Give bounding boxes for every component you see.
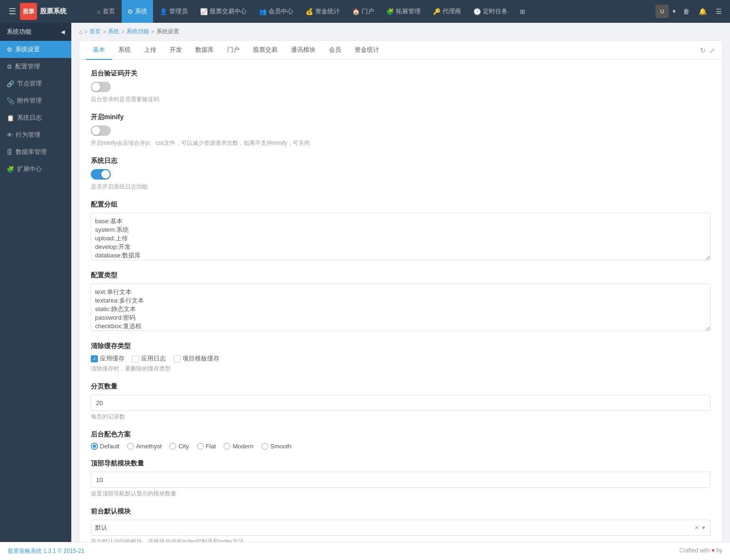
nav-portal[interactable]: 🏠 门户 — [346, 0, 380, 23]
sidebar-item-config-management[interactable]: ⚙ 配置管理 — [0, 58, 71, 75]
tab-member[interactable]: 会员 — [322, 41, 348, 60]
nav-extend[interactable]: 🧩 拓展管理 — [381, 0, 426, 23]
backend-captcha-toggle[interactable] — [91, 82, 111, 92]
attachment-icon: 📎 — [7, 97, 14, 104]
select-clear-icon[interactable]: ✕ — [694, 524, 699, 531]
tab-finance-stats[interactable]: 资金统计 — [348, 41, 386, 60]
cache-type-hint: 清除缓存时，要删除的缓存类型 — [91, 365, 711, 373]
sidebar-item-extension-center[interactable]: 🧩 扩展中心 — [0, 161, 71, 178]
page-size-hint: 每页的记录数 — [91, 413, 711, 421]
tab-develop[interactable]: 开发 — [163, 41, 189, 60]
delete-icon[interactable]: 🗑 — [680, 5, 693, 18]
default-module-select[interactable]: 默认 ✕ ▼ — [91, 520, 711, 536]
tab-stock-trade[interactable]: 股票交易 — [246, 41, 284, 60]
cache-app-checkbox[interactable]: ✓ — [91, 355, 98, 362]
node-icon: 🔗 — [7, 80, 14, 87]
minify-section: 开启minify 开启minify会压缩合并js、css文件，可以减少资源请求次… — [91, 113, 711, 147]
footer-crafted: Crafted with ♥ by — [679, 547, 722, 555]
sidebar-item-node-management[interactable]: 🔗 节点管理 — [0, 75, 71, 92]
top-nav-items: ⌂ 首页 ⚙ 系统 👤 管理员 📈 股票交易中心 👥 会员中心 💰 资金统计 🏠… — [91, 0, 655, 23]
member-icon: 👥 — [259, 8, 267, 15]
sidebar-item-behavior-management[interactable]: 👁 行为管理 — [0, 126, 71, 143]
theme-flat-item[interactable]: Flat — [197, 443, 216, 450]
panel-tabs: 基本 系统 上传 开发 数据库 门户 股票交易 通讯模块 会员 资金统计 ↻ ⤢ — [79, 41, 722, 60]
theme-modern-radio[interactable] — [223, 443, 231, 450]
breadcrumb-system-function[interactable]: 系统功能 — [126, 28, 149, 36]
syslog-toggle[interactable] — [91, 169, 111, 180]
footer-version: 股票策略系统 1.3.1 © 2015-21 — [8, 547, 85, 555]
page-size-section: 分页数量 每页的记录数 — [91, 382, 711, 421]
default-module-hint: 前台默认访问的模块，该模块必须有Index控制器和index方法 — [91, 538, 711, 542]
tab-upload[interactable]: 上传 — [137, 41, 163, 60]
default-module-section: 前台默认模块 默认 ✕ ▼ 前台默认访问的模块，该模块必须有Index控制器和i… — [91, 507, 711, 542]
minify-hint: 开启minify会压缩合并js、css文件，可以减少资源请求次数，如果不支持mi… — [91, 139, 711, 147]
stock-trade-icon: 📈 — [200, 8, 208, 15]
minify-toggle[interactable] — [91, 125, 111, 136]
backend-captcha-section: 后台验证码开关 后台登录时是否需要验证码 — [91, 69, 711, 104]
syslog-section: 系统日志 是否开启系统日志功能 — [91, 157, 711, 191]
expand-icon[interactable]: ⤢ — [710, 47, 715, 54]
nav-grid[interactable]: ⊞ — [514, 0, 531, 23]
cache-log-checkbox[interactable]: ✓ — [132, 355, 139, 362]
more-menu-icon[interactable]: ☰ — [712, 5, 725, 18]
cache-template-item[interactable]: ✓ 项目模板缓存 — [173, 354, 220, 363]
theme-flat-radio[interactable] — [197, 443, 204, 450]
nav-finance[interactable]: 💰 资金统计 — [300, 0, 346, 23]
breadcrumb-home[interactable]: 首页 — [89, 28, 101, 36]
syslog-label: 系统日志 — [91, 157, 711, 165]
refresh-icon[interactable]: ↻ — [700, 47, 706, 54]
tab-system[interactable]: 系统 — [112, 41, 137, 60]
sidebar-item-database-management[interactable]: 🗄 数据库管理 — [0, 143, 71, 161]
nav-module-count-input[interactable] — [91, 472, 711, 488]
theme-default-radio[interactable] — [91, 443, 98, 450]
theme-city-item[interactable]: City — [169, 443, 189, 450]
theme-amethyst-item[interactable]: Amethyst — [127, 443, 162, 450]
nav-scheduler[interactable]: 🕐 定时任务 — [468, 0, 513, 23]
minify-label: 开启minify — [91, 113, 711, 122]
tab-basic[interactable]: 基本 — [86, 41, 112, 60]
sidebar-item-attachment-management[interactable]: 📎 附件管理 — [0, 92, 71, 109]
nav-module-count-hint: 设置顶部导航默认显示的模块数量 — [91, 490, 711, 498]
config-icon: ⚙ — [7, 63, 12, 70]
nav-stock-trade[interactable]: 📈 股票交易中心 — [194, 0, 252, 23]
theme-section: 后台配色方案 Default Amethyst City — [91, 430, 711, 450]
admin-icon: 👤 — [160, 8, 167, 15]
tab-portal[interactable]: 门户 — [221, 41, 246, 60]
nav-home[interactable]: ⌂ 首页 — [91, 0, 121, 23]
logo-area: 股票 股票系统 — [20, 3, 91, 20]
cache-app-item[interactable]: ✓ 应用缓存 — [91, 354, 125, 363]
config-group-label: 配置分组 — [91, 200, 711, 209]
tab-communication[interactable]: 通讯模块 — [284, 41, 322, 60]
theme-amethyst-radio[interactable] — [127, 443, 134, 450]
theme-smooth-item[interactable]: Smooth — [261, 443, 292, 450]
notification-icon[interactable]: 🔔 — [696, 5, 709, 18]
sidebar-section-header: 系统功能 ◀ — [0, 23, 71, 41]
nav-system[interactable]: ⚙ 系统 — [122, 0, 153, 23]
config-type-textarea[interactable]: text:单行文本 textarea:多行文本 static:静态文本 pass… — [91, 284, 711, 331]
user-dropdown-icon[interactable]: ▼ — [672, 9, 677, 14]
config-group-textarea[interactable]: base:基本 system:系统 upload:上传 develop:开发 d… — [91, 213, 711, 260]
nav-member[interactable]: 👥 会员中心 — [253, 0, 299, 23]
theme-smooth-radio[interactable] — [261, 443, 269, 450]
sidebar-collapse-icon[interactable]: ◀ — [61, 29, 65, 35]
theme-city-radio[interactable] — [169, 443, 176, 450]
footer-version-link[interactable]: 股票策略系统 1.3.1 © 2015-21 — [8, 548, 85, 554]
nav-agent[interactable]: 🔑 代理商 — [427, 0, 467, 23]
theme-label: 后台配色方案 — [91, 430, 711, 439]
page-size-input[interactable] — [91, 395, 711, 411]
tab-database[interactable]: 数据库 — [189, 41, 221, 60]
breadcrumb-system[interactable]: 系统 — [108, 28, 119, 36]
hamburger-menu[interactable]: ☰ — [5, 6, 20, 17]
top-navigation: ☰ 股票 股票系统 ⌂ 首页 ⚙ 系统 👤 管理员 📈 股票交易中心 👥 会员中… — [0, 0, 730, 23]
breadcrumb: ⌂ > 首页 > 系统 > 系统功能 > 系统设置 — [71, 23, 730, 40]
user-avatar[interactable]: U — [655, 5, 669, 18]
sidebar-item-system-settings[interactable]: ⚙ 系统设置 — [0, 41, 71, 58]
nav-admin[interactable]: 👤 管理员 — [154, 0, 193, 23]
sidebar-item-system-log[interactable]: 📋 系统日志 — [0, 109, 71, 126]
theme-default-item[interactable]: Default — [91, 443, 119, 450]
theme-modern-item[interactable]: Modern — [223, 443, 253, 450]
cache-template-checkbox[interactable]: ✓ — [173, 355, 181, 362]
cache-log-item[interactable]: ✓ 应用日志 — [132, 354, 166, 363]
nav-module-count-section: 顶部导航模块数量 设置顶部导航默认显示的模块数量 — [91, 459, 711, 498]
panel-tab-actions: ↻ ⤢ — [700, 47, 715, 54]
